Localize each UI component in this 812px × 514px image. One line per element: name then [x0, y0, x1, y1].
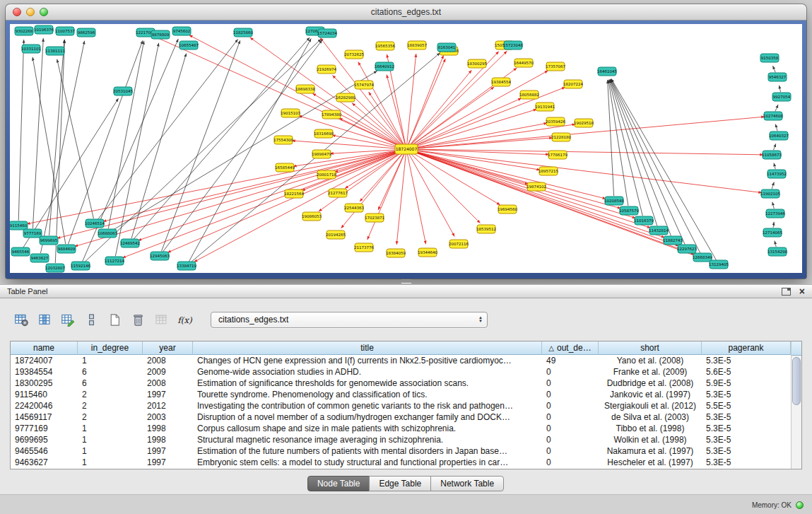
graph-node[interactable]: 18056882: [519, 90, 539, 99]
graph-node[interactable]: 20359426: [546, 117, 565, 126]
graph-node[interactable]: 9115460: [10, 221, 28, 230]
panel-splitter[interactable]: [0, 279, 812, 284]
graph-node[interactable]: 18698338: [295, 85, 315, 93]
graph-node[interactable]: 9862596: [77, 28, 95, 37]
graph-node[interactable]: 16461045: [597, 67, 617, 76]
graph-node[interactable]: 19015103: [281, 109, 300, 117]
graph-node[interactable]: 18221564: [284, 189, 304, 198]
graph-node[interactable]: 9150358: [760, 54, 779, 62]
function-builder-button[interactable]: f(x): [176, 311, 193, 328]
graph-node[interactable]: 9927054: [772, 93, 791, 101]
graph-node[interactable]: 9546327: [768, 73, 787, 81]
graph-node[interactable]: 8878809: [151, 30, 170, 39]
graph-node[interactable]: 19344640: [418, 248, 437, 257]
graph-node[interactable]: 10331101: [21, 45, 41, 53]
graph-node[interactable]: 10196376: [34, 25, 54, 34]
tab-edge-table[interactable]: Edge Table: [369, 476, 431, 491]
graph-node[interactable]: 12489542: [120, 239, 140, 247]
graph-node[interactable]: 19131941: [535, 103, 555, 111]
table-settings-button[interactable]: [13, 311, 30, 328]
graph-node[interactable]: 17357067: [546, 62, 565, 71]
table-row[interactable]: 911546021997Tourette syndrome. Phenomeno…: [11, 389, 791, 400]
graph-node[interactable]: 17786179: [548, 151, 567, 159]
column-header-pagerank[interactable]: pagerank: [702, 341, 791, 355]
float-panel-icon[interactable]: [782, 288, 791, 296]
table-row[interactable]: 1872400712008Changes of HCN gene express…: [11, 355, 791, 366]
graph-node[interactable]: 12945063: [150, 252, 170, 260]
column-header-short[interactable]: short: [599, 341, 702, 355]
graph-node[interactable]: 19086053: [302, 212, 322, 221]
graph-node[interactable]: 18539512: [476, 225, 496, 233]
graph-node[interactable]: 9463627: [30, 254, 49, 262]
graph-node[interactable]: 15724034: [317, 29, 337, 37]
graph-node[interactable]: 16282980: [336, 93, 355, 102]
graph-node[interactable]: 15723048: [503, 41, 523, 49]
graph-node[interactable]: 18839057: [407, 41, 427, 49]
graph-node[interactable]: 17023871: [365, 214, 384, 222]
window-titlebar[interactable]: citations_edges.txt: [6, 4, 806, 21]
graph-node[interactable]: 22544363: [344, 204, 364, 212]
graph-node[interactable]: 18300295: [467, 59, 487, 68]
row-options-button[interactable]: [83, 311, 100, 328]
table-row[interactable]: 2242004622012Investigating the contribut…: [11, 400, 791, 411]
graph-node[interactable]: 9777169: [23, 229, 42, 238]
graph-node[interactable]: 9699695: [40, 236, 58, 245]
graph-node[interactable]: 18207224: [563, 80, 583, 88]
table-selector-dropdown[interactable]: citations_edges.txt ▲▼: [211, 312, 488, 328]
table-row[interactable]: 946362711997Embryonic stem cells: a mode…: [11, 457, 791, 468]
graph-node[interactable]: 19898479: [312, 150, 331, 158]
graph-node[interactable]: 18957215: [539, 167, 558, 175]
table-row[interactable]: 977716911998Corpus callosum shape and si…: [11, 423, 791, 434]
close-window-button[interactable]: [13, 8, 21, 16]
graph-node[interactable]: 20194265: [326, 230, 346, 239]
column-header-year[interactable]: year: [143, 341, 193, 355]
table-row[interactable]: 1830029562008Estimation of significance …: [11, 378, 791, 389]
graph-node[interactable]: 11127214: [105, 257, 124, 265]
column-header-title[interactable]: title: [193, 341, 542, 355]
graph-node[interactable]: 20072116: [449, 240, 469, 248]
graph-node[interactable]: 9465546: [11, 247, 30, 256]
table-row[interactable]: 1938455462009Genome-wide association stu…: [11, 366, 791, 378]
show-columns-button[interactable]: [36, 311, 53, 328]
graph-node[interactable]: 15747974: [354, 81, 374, 89]
graph-node[interactable]: 11592146: [71, 262, 90, 270]
column-header-in-degree[interactable]: in_degree: [78, 341, 143, 355]
graph-node[interactable]: 11432814: [649, 226, 669, 235]
graph-node[interactable]: 19384554: [491, 78, 511, 86]
graph-node[interactable]: 19565356: [375, 42, 395, 50]
graph-node[interactable]: 17554300: [273, 136, 293, 144]
zoom-window-button[interactable]: [40, 8, 48, 16]
delete-table-button[interactable]: [129, 311, 146, 328]
close-panel-icon[interactable]: ×: [799, 288, 805, 295]
graph-node[interactable]: 11825860: [233, 28, 253, 37]
graph-node[interactable]: 11007537: [55, 27, 75, 35]
graph-node[interactable]: 11473952: [767, 170, 787, 178]
graph-node[interactable]: 20531045: [113, 87, 133, 95]
column-header-out-de[interactable]: △out_de…: [542, 341, 599, 355]
table-vertical-scrollbar[interactable]: [791, 341, 801, 469]
graph-node[interactable]: 17894380: [322, 110, 341, 119]
graph-node[interactable]: 13129405: [709, 260, 729, 269]
minimize-window-button[interactable]: [26, 8, 35, 16]
graph-node[interactable]: 9884609: [57, 245, 76, 253]
graph-node[interactable]: 21926974: [317, 65, 336, 74]
graph-node[interactable]: 19874102: [526, 182, 546, 191]
graph-node[interactable]: 12273946: [765, 209, 785, 218]
graph-node[interactable]: 20801718: [317, 170, 336, 179]
graph-hub-node[interactable]: 18724007: [395, 144, 418, 154]
graph-node[interactable]: 21173776: [354, 243, 374, 252]
graph-node[interactable]: 11016379: [634, 216, 654, 225]
graph-node[interactable]: 20732625: [344, 50, 364, 59]
graph-node[interactable]: 19029518: [574, 119, 594, 127]
table-row[interactable]: 1456911722003Disruption of a novel membe…: [11, 411, 791, 423]
graph-node[interactable]: 13154298: [767, 247, 787, 256]
graph-node[interactable]: 11882743: [663, 236, 683, 245]
graph-node[interactable]: 11902105: [760, 189, 780, 198]
graph-node[interactable]: 10640327: [769, 132, 789, 140]
graph-node[interactable]: 12668349: [693, 253, 712, 262]
graph-node[interactable]: 21228180: [551, 133, 571, 141]
graph-node[interactable]: 18384059: [386, 249, 406, 257]
graph-node[interactable]: 21277617: [328, 189, 348, 197]
graph-node[interactable]: 13384719: [177, 262, 196, 270]
table-row[interactable]: 969969511998Structural magnetic resonanc…: [11, 434, 791, 445]
